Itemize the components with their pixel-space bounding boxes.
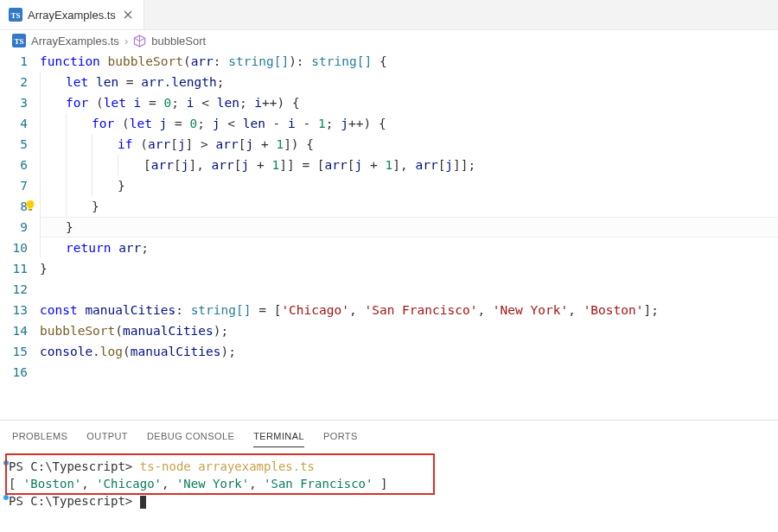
close-icon[interactable] <box>121 8 135 22</box>
terminal-marker-icon <box>3 495 9 500</box>
tab-filename: ArrayExamples.ts <box>28 9 116 22</box>
tab-terminal[interactable]: TERMINAL <box>253 428 304 447</box>
bottom-panel: PROBLEMS OUTPUT DEBUG CONSOLE TERMINAL P… <box>0 420 778 532</box>
code-editor[interactable]: 1 2 3 4 5 6 7 8 9 10 11 12 13 14 15 16 f… <box>0 51 778 383</box>
svg-text:TS: TS <box>10 11 20 20</box>
tab-output[interactable]: OUTPUT <box>86 428 128 447</box>
tab-debug-console[interactable]: DEBUG CONSOLE <box>147 428 234 447</box>
code-content[interactable]: function bubbleSort(arr: string[]): stri… <box>40 51 778 383</box>
typescript-icon: TS <box>12 34 26 48</box>
chevron-right-icon: › <box>124 35 128 48</box>
tab-arrayexamples[interactable]: TS ArrayExamples.ts <box>0 0 144 29</box>
lightbulb-icon[interactable] <box>24 200 36 212</box>
breadcrumb[interactable]: TS ArrayExamples.ts › bubbleSort <box>0 30 778 51</box>
tab-bar: TS ArrayExamples.ts <box>0 0 778 30</box>
breadcrumb-file: ArrayExamples.ts <box>31 35 119 48</box>
line-gutter: 1 2 3 4 5 6 7 8 9 10 11 12 13 14 15 16 <box>3 51 40 383</box>
typescript-icon: TS <box>9 8 22 22</box>
svg-text:TS: TS <box>14 37 23 46</box>
svg-rect-4 <box>29 209 32 211</box>
method-icon <box>133 35 146 48</box>
terminal-cursor <box>140 496 146 509</box>
terminal-prompt: PS C:\Typescript> <box>9 494 132 508</box>
highlight-box <box>5 453 435 495</box>
breadcrumb-symbol: bubbleSort <box>151 35 206 48</box>
tab-problems[interactable]: PROBLEMS <box>12 428 67 447</box>
tab-ports[interactable]: PORTS <box>323 428 358 447</box>
panel-tabs: PROBLEMS OUTPUT DEBUG CONSOLE TERMINAL P… <box>0 421 778 447</box>
